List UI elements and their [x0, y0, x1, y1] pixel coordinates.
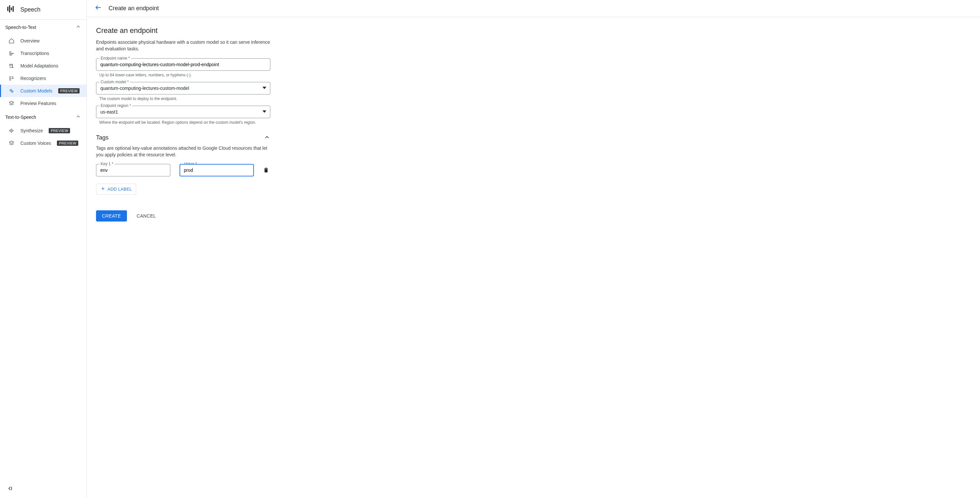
- sidebar-item-recognizers[interactable]: Recognizers: [0, 72, 86, 85]
- page-title: Create an endpoint: [108, 5, 159, 12]
- nav-label: Synthesize: [21, 128, 43, 133]
- product-title: Speech: [21, 6, 40, 13]
- custom-voices-icon: [8, 140, 14, 146]
- sidebar-section-text-to-speech[interactable]: Text-to-Speech: [0, 110, 86, 124]
- tag-value-field-wrap: Value 1: [180, 164, 254, 176]
- sidebar-item-overview[interactable]: Overview: [0, 35, 86, 47]
- svg-rect-8: [11, 64, 11, 65]
- add-label-button[interactable]: ADD LABEL: [96, 184, 136, 195]
- custom-model-label: Custom model *: [99, 80, 130, 84]
- create-button[interactable]: CREATE: [96, 210, 127, 222]
- svg-rect-22: [13, 130, 14, 131]
- svg-rect-6: [9, 55, 12, 55]
- sidebar-collapse-button[interactable]: [6, 485, 13, 493]
- nav-label: Preview Features: [21, 101, 56, 106]
- nav-label: Model Adaptations: [21, 63, 58, 69]
- recognizers-icon: [8, 75, 14, 81]
- svg-rect-28: [265, 169, 268, 172]
- preview-features-icon: [8, 101, 14, 106]
- sidebar-header: Speech: [0, 0, 86, 20]
- endpoint-name-helper: Up to 64 lower-case letters, numbers, or…: [99, 73, 374, 77]
- tags-description: Tags are optional key-value annotations …: [96, 145, 274, 158]
- tag-row: Key 1 * Value 1: [96, 164, 374, 176]
- add-label-text: ADD LABEL: [108, 187, 132, 192]
- section-label: Speech-to-Text: [5, 25, 36, 30]
- main: Create an endpoint Create an endpoint En…: [87, 0, 980, 498]
- tags-header: Tags: [96, 134, 270, 142]
- sidebar-item-model-adaptations[interactable]: Model Adaptations: [0, 59, 86, 72]
- tag-key-field-wrap: Key 1 *: [96, 164, 170, 176]
- sidebar: Speech Speech-to-Text Overview Transcrip…: [0, 0, 87, 498]
- svg-rect-5: [9, 53, 14, 54]
- chevron-up-icon: [75, 113, 81, 120]
- svg-rect-13: [9, 78, 11, 79]
- sidebar-item-synthesize[interactable]: Synthesize PREVIEW: [0, 124, 86, 137]
- svg-rect-15: [9, 80, 11, 80]
- tags-title: Tags: [96, 134, 108, 141]
- svg-rect-19: [10, 129, 11, 132]
- endpoint-name-field-wrap: Endpoint name *: [96, 58, 270, 71]
- sidebar-item-transcriptions[interactable]: Transcriptions: [0, 47, 86, 59]
- svg-rect-4: [9, 52, 11, 52]
- custom-model-field-wrap: Custom model * quantum-computing-lecture…: [96, 82, 270, 94]
- nav-label: Overview: [21, 38, 40, 43]
- tag-value-input[interactable]: [180, 164, 254, 176]
- svg-rect-9: [12, 64, 13, 67]
- endpoint-region-helper: Where the endpoint will be located. Regi…: [99, 120, 374, 125]
- svg-rect-3: [13, 6, 13, 11]
- tags-collapse-toggle[interactable]: [264, 134, 270, 142]
- nav-label: Transcriptions: [21, 51, 49, 56]
- sidebar-section-speech-to-text[interactable]: Speech-to-Text: [0, 20, 86, 35]
- svg-rect-12: [12, 77, 13, 77]
- svg-rect-21: [12, 129, 13, 132]
- adaptations-icon: [8, 63, 14, 69]
- sidebar-item-custom-models[interactable]: Custom Models PREVIEW: [0, 85, 86, 97]
- custom-model-helper: The custom model to deploy to the endpoi…: [99, 96, 374, 101]
- svg-rect-14: [12, 78, 13, 79]
- content: Create an endpoint Endpoints associate p…: [87, 17, 383, 228]
- tag-delete-button[interactable]: [263, 167, 269, 174]
- svg-rect-1: [9, 5, 10, 13]
- svg-rect-2: [11, 8, 12, 11]
- preview-badge: PREVIEW: [49, 128, 70, 133]
- sidebar-item-preview-features[interactable]: Preview Features: [0, 97, 86, 110]
- home-icon: [8, 38, 14, 44]
- sidebar-item-custom-voices[interactable]: Custom Voices PREVIEW: [0, 137, 86, 149]
- endpoint-region-label: Endpoint region *: [99, 103, 132, 108]
- topbar: Create an endpoint: [87, 0, 980, 17]
- form-title: Create an endpoint: [96, 26, 374, 35]
- endpoint-region-field-wrap: Endpoint region * us-east1: [96, 106, 270, 118]
- svg-rect-18: [9, 130, 10, 132]
- section-label: Text-to-Speech: [5, 115, 36, 120]
- endpoint-name-label: Endpoint name *: [99, 56, 131, 61]
- svg-point-16: [11, 90, 13, 92]
- synthesize-icon: [8, 128, 14, 134]
- nav-label: Recognizers: [21, 76, 46, 81]
- tag-key-label: Key 1 *: [99, 161, 115, 166]
- svg-rect-7: [10, 64, 10, 67]
- nav-label: Custom Models: [21, 88, 52, 94]
- preview-badge: PREVIEW: [57, 140, 78, 146]
- form-actions: CREATE CANCEL: [96, 210, 374, 222]
- svg-marker-23: [9, 141, 14, 144]
- svg-rect-29: [264, 169, 268, 169]
- cancel-button[interactable]: CANCEL: [135, 213, 158, 219]
- preview-badge: PREVIEW: [58, 88, 80, 94]
- svg-rect-20: [11, 128, 12, 133]
- svg-rect-11: [9, 77, 11, 77]
- svg-rect-30: [266, 168, 267, 169]
- form-description: Endpoints associate physical hardware wi…: [96, 39, 274, 52]
- transcriptions-icon: [8, 50, 14, 56]
- custom-models-icon: [8, 88, 14, 94]
- svg-rect-0: [7, 7, 8, 11]
- back-button[interactable]: [95, 4, 102, 13]
- nav-label: Custom Voices: [21, 140, 51, 146]
- svg-rect-10: [10, 67, 13, 68]
- svg-marker-17: [9, 101, 14, 104]
- plus-icon: [100, 186, 105, 192]
- chevron-up-icon: [75, 24, 81, 30]
- speech-logo-icon: [6, 5, 15, 15]
